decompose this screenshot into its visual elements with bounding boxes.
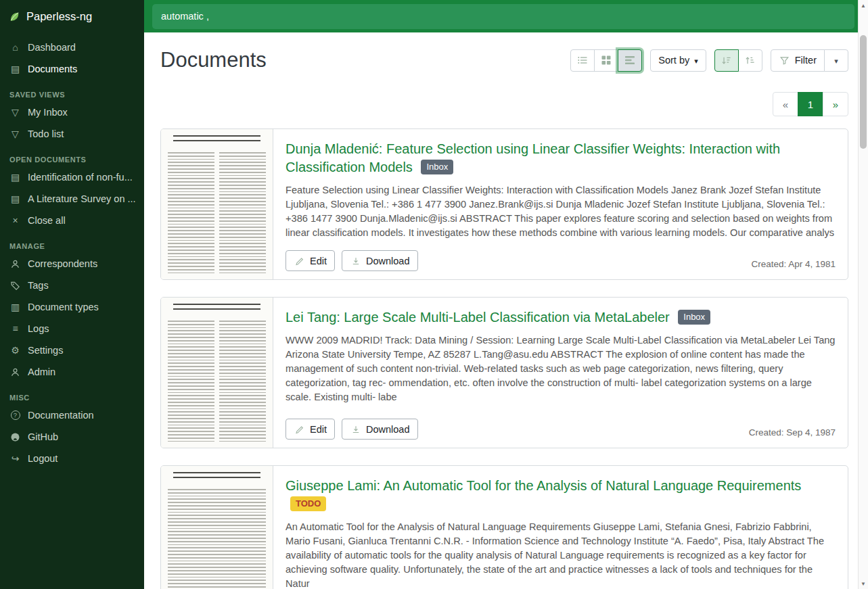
view-details-button[interactable] (618, 49, 642, 72)
sidebar-item-logout[interactable]: ↪ Logout (0, 448, 144, 469)
sidebar-item-label: A Literature Survey on ... (28, 193, 136, 204)
sort-alphabetical-button[interactable] (738, 49, 762, 72)
filter-caret-button[interactable]: ▾ (824, 49, 848, 72)
sort-direction-group (714, 49, 762, 72)
sidebar-nav: ⌂ Dashboard ▤ Documents SAVED VIEWS ▽ My… (0, 32, 144, 469)
tag-badge[interactable]: Inbox (678, 310, 710, 325)
documents-page: Documents (144, 32, 868, 589)
sidebar: Paperless-ng ⌂ Dashboard ▤ Documents SAV… (0, 0, 144, 589)
sidebar-item-dashboard[interactable]: ⌂ Dashboard (0, 37, 144, 58)
person-icon (9, 259, 21, 269)
document-card: Lei Tang: Large Scale Multi-Label Classi… (160, 297, 848, 448)
sidebar-item-document-types[interactable]: ▥ Document types (0, 296, 144, 318)
sidebar-item-todo-list[interactable]: ▽ Todo list (0, 123, 144, 145)
sidebar-item-correspondents[interactable]: Correspondents (0, 253, 144, 275)
view-list-button[interactable] (570, 49, 595, 72)
edit-button[interactable]: Edit (285, 250, 335, 271)
sidebar-heading-saved-views: SAVED VIEWS (0, 80, 144, 101)
sort-descending-button[interactable] (714, 49, 739, 72)
filter-label: Filter (795, 55, 817, 66)
view-toggle-group (570, 49, 642, 72)
document-card-body: Lei Tang: Large Scale Multi-Label Classi… (273, 298, 848, 448)
created-date: Created: Apr 4, 1981 (751, 259, 836, 271)
sidebar-item-label: Dashboard (28, 42, 76, 53)
document-title-link[interactable]: Lei Tang: Large Scale Multi-Label Classi… (285, 308, 836, 327)
tag-icon (9, 281, 21, 291)
download-icon (350, 425, 361, 434)
created-date: Created: Sep 4, 1987 (749, 427, 836, 440)
sidebar-item-label: Logs (28, 323, 49, 334)
sidebar-item-settings[interactable]: ⚙ Settings (0, 339, 144, 361)
sidebar-item-label: Logout (28, 453, 58, 464)
documents-icon: ▤ (9, 64, 21, 74)
sidebar-item-label: Close all (28, 215, 66, 226)
brand[interactable]: Paperless-ng (0, 0, 144, 32)
scroll-up-arrow[interactable]: ▲ (859, 1, 868, 10)
saved-view-icon: ▽ (9, 108, 21, 117)
sidebar-item-documentation[interactable]: ? Documentation (0, 404, 144, 426)
sidebar-item-label: My Inbox (28, 107, 68, 118)
sidebar-item-label: Correspondents (28, 258, 97, 269)
sidebar-item-open-document-2[interactable]: ▤ A Literature Survey on ... (0, 188, 144, 210)
sidebar-heading-open-documents: OPEN DOCUMENTS (0, 145, 144, 166)
sort-alphabetical-icon (744, 55, 756, 66)
document-icon: ▤ (9, 194, 21, 204)
edit-button[interactable]: Edit (285, 419, 335, 440)
sidebar-item-label: GitHub (28, 431, 58, 442)
sidebar-item-logs[interactable]: ≡ Logs (0, 318, 144, 339)
filter-button[interactable]: Filter (771, 49, 825, 72)
document-excerpt: WWW 2009 MADRID! Track: Data Mining / Se… (285, 333, 836, 410)
sidebar-item-close-all[interactable]: × Close all (0, 210, 144, 231)
download-button[interactable]: Download (342, 250, 418, 271)
document-title-link[interactable]: Giuseppe Lami: An Automatic Tool for the… (285, 477, 836, 513)
document-list: Dunja Mladenić: Feature Selection using … (160, 128, 848, 589)
sidebar-item-label: Documentation (28, 410, 94, 421)
page-title: Documents (160, 49, 570, 72)
sidebar-item-tags[interactable]: Tags (0, 275, 144, 296)
topbar (144, 0, 868, 32)
pagination-next-button[interactable]: » (823, 92, 848, 116)
toolbar: Sort by ▾ (570, 49, 848, 72)
pencil-icon (294, 425, 305, 434)
sidebar-item-label: Documents (28, 64, 77, 74)
view-details-icon (624, 55, 636, 66)
scroll-down-arrow[interactable]: ▼ (859, 579, 868, 588)
chevron-down-icon: ▾ (834, 57, 838, 65)
sidebar-item-my-inbox[interactable]: ▽ My Inbox (0, 101, 144, 123)
sort-by-dropdown[interactable]: Sort by ▾ (650, 49, 706, 72)
sidebar-item-admin[interactable]: Admin (0, 361, 144, 383)
filter-funnel-icon (779, 55, 790, 66)
pagination-page-1-button[interactable]: 1 (798, 92, 823, 116)
sort-by-label: Sort by (658, 55, 689, 66)
search-input[interactable] (152, 4, 854, 29)
filter-group: Filter ▾ (771, 49, 848, 72)
document-card-footer: Edit Download Created: Sep 4, 1987 (285, 419, 836, 440)
person-badge-icon (9, 367, 21, 377)
view-grid-button[interactable] (594, 49, 618, 72)
document-title-link[interactable]: Dunja Mladenić: Feature Selection using … (285, 140, 836, 176)
sidebar-item-label: Settings (28, 345, 63, 356)
logs-icon: ≡ (9, 324, 21, 333)
document-thumbnail[interactable] (161, 466, 273, 589)
document-card-body: Dunja Mladenić: Feature Selection using … (273, 129, 848, 279)
document-thumbnail[interactable] (161, 298, 273, 448)
scrollbar-thumb[interactable] (860, 35, 867, 149)
pagination-prev-button[interactable]: « (773, 92, 798, 116)
sidebar-heading-manage: MANAGE (0, 231, 144, 253)
chevron-down-icon: ▾ (694, 57, 698, 65)
sidebar-item-label: Admin (28, 367, 55, 377)
sidebar-item-label: Document types (28, 302, 99, 312)
close-icon: × (9, 216, 21, 225)
download-button[interactable]: Download (342, 419, 418, 440)
sidebar-item-documents[interactable]: ▤ Documents (0, 58, 144, 80)
sidebar-item-open-document-1[interactable]: ▤ Identification of non-fu... (0, 166, 144, 188)
logout-icon: ↪ (9, 454, 21, 463)
gear-icon: ⚙ (9, 346, 21, 355)
tag-badge[interactable]: TODO (290, 496, 326, 512)
document-thumbnail[interactable] (161, 129, 273, 279)
app-title: Paperless-ng (26, 10, 92, 23)
vertical-scrollbar[interactable]: ▲ ▼ (858, 0, 868, 589)
tag-badge[interactable]: Inbox (421, 160, 453, 175)
paperless-logo-icon (9, 10, 20, 23)
sidebar-item-github[interactable]: GitHub (0, 426, 144, 448)
